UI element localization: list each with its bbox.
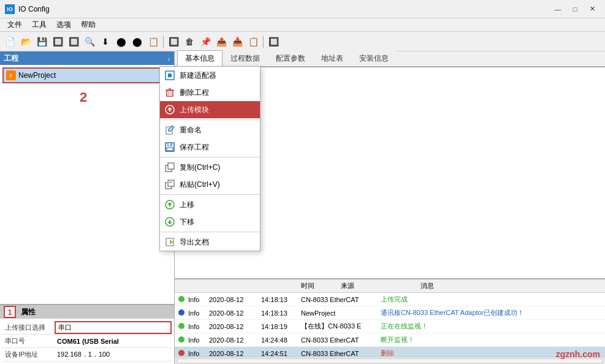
restore-button[interactable]: □ [567, 3, 583, 15]
tab-install-info[interactable]: 安装信息 [351, 50, 397, 66]
tb-circle1[interactable]: ⬤ [114, 34, 129, 49]
svg-rect-1 [168, 74, 172, 77]
tb-clipboard[interactable]: 📋 [246, 34, 261, 49]
tb-delete[interactable]: 🗑 [182, 34, 197, 49]
log-source: CN-8033 EtherCAT [297, 296, 377, 303]
ctx-icon-new-adapter [165, 70, 175, 80]
toolbar: 📄 📂 💾 🔲 🔲 🔍 ⬇ ⬤ ⬤ 📋 🔲 🗑 📌 📤 📥 📋 🔲 [0, 32, 605, 51]
log-row[interactable]: Info 2020-08-12 14:18:19 【在线】CN-8033 E 正… [175, 320, 605, 333]
svg-rect-14 [167, 148, 173, 151]
log-message: 断开监视！ [377, 335, 605, 344]
ctx-label-new-adapter: 新建适配器 [180, 70, 216, 81]
tb-box[interactable]: 🔲 [166, 34, 181, 49]
menu-file[interactable]: 文件 [2, 18, 27, 31]
ctx-item-export-doc[interactable]: 导出文档 [160, 233, 260, 251]
tb-btn5[interactable]: 🔲 [66, 34, 81, 49]
project-tree[interactable]: Ir NewProject 2 [0, 65, 174, 304]
props-label-2: 设备IP地址 [2, 350, 55, 359]
log-date: 2020-08-12 [205, 309, 257, 317]
project-panel-pin[interactable]: ↓ [167, 55, 170, 62]
ctx-item-move-up[interactable]: 上移 [160, 196, 260, 213]
props-label-0: 上传接口选择 [2, 323, 55, 332]
properties-title: 属性 [21, 307, 36, 317]
ctx-icon-save-project [165, 142, 175, 152]
svg-rect-15 [169, 143, 170, 146]
log-message: 通讯板CN-8033 EtherCAT Adaptor已创建成功！ [377, 308, 605, 317]
toolbar-sep2 [263, 36, 264, 48]
ctx-icon-move-down [165, 217, 175, 227]
tb-save[interactable]: 💾 [34, 34, 49, 49]
toolbar-sep [163, 36, 164, 48]
log-header: 时间 来源 消息 [175, 279, 605, 293]
tb-btn4[interactable]: 🔲 [50, 34, 65, 49]
ctx-icon-move-up [165, 200, 175, 210]
tab-basic-info[interactable]: 基本信息 [177, 50, 223, 66]
ctx-item-move-down[interactable]: 下移 [160, 213, 260, 230]
ctx-item-paste[interactable]: 粘贴(Ctrl+V) [160, 176, 260, 193]
log-col-time-hdr: 时间 [301, 281, 341, 290]
tree-item-newproject[interactable]: Ir NewProject [2, 67, 172, 83]
log-level: Info [175, 323, 205, 330]
props-row-2: 设备IP地址 192.168．1．100 [2, 348, 172, 362]
tb-pin[interactable]: 📌 [198, 34, 213, 49]
log-row[interactable]: Info 2020-08-12 14:18:13 NewProject 通讯板C… [175, 306, 605, 320]
ctx-label-upload-module: 上传模块 [180, 105, 209, 115]
log-source: NewProject [297, 309, 377, 317]
log-row[interactable]: Info 2020-08-12 14:24:48 CN-8033 EtherCA… [175, 333, 605, 347]
props-row-1: 串口号 COM61 (USB Serial [2, 335, 172, 348]
ctx-item-rename[interactable]: 重命名 [160, 121, 260, 138]
tab-config-params[interactable]: 配置参数 [268, 50, 313, 66]
ctx-item-copy[interactable]: 复制(Ctrl+C) [160, 159, 260, 176]
project-panel-header: 工程 ↓ [0, 51, 174, 65]
tb-upload[interactable]: 📤 [214, 34, 229, 49]
log-time: 14:18:19 [257, 323, 297, 330]
svg-marker-24 [170, 240, 173, 245]
svg-rect-20 [167, 181, 172, 183]
tb-import[interactable]: 📥 [230, 34, 245, 49]
watermark: zgznh.com [556, 349, 600, 359]
ctx-separator [160, 194, 260, 195]
log-row[interactable]: Info 2020-08-12 14:24:51 CN-8033 EtherCA… [175, 347, 605, 357]
title-bar: IO IO Config — □ ✕ [0, 0, 605, 18]
ctx-item-new-adapter[interactable]: 新建适配器 [160, 67, 260, 84]
ctx-label-rename: 重命名 [180, 125, 202, 135]
ctx-item-upload-module[interactable]: 上传模块 [160, 101, 260, 118]
badge-1: 1 [4, 306, 16, 318]
log-row[interactable]: Info 2020-08-12 14:18:13 CN-8033 EtherCA… [175, 293, 605, 306]
ctx-separator [160, 232, 260, 232]
log-table: Info 2020-08-12 14:18:13 CN-8033 EtherCA… [175, 293, 605, 357]
tb-copy[interactable]: 📋 [146, 34, 161, 49]
ctx-label-save-project: 保存工程 [180, 142, 209, 153]
log-level: Info [175, 309, 205, 317]
menu-tools[interactable]: 工具 [27, 18, 51, 31]
ctx-label-move-up: 上移 [180, 200, 194, 210]
properties-table: 上传接口选择 串口 串口号 COM61 (USB Serial 设备IP地址 1… [0, 319, 174, 364]
ctx-item-save-project[interactable]: 保存工程 [160, 138, 260, 156]
close-button[interactable]: ✕ [584, 3, 600, 15]
ctx-separator [160, 119, 260, 120]
log-time: 14:24:51 [257, 350, 297, 357]
log-scroll-horizontal[interactable] [177, 358, 603, 363]
tab-process-data[interactable]: 过程数据 [223, 50, 268, 66]
tb-open[interactable]: 📂 [18, 34, 33, 49]
tb-search[interactable]: 🔍 [82, 34, 97, 49]
ctx-label-paste: 粘贴(Ctrl+V) [180, 180, 220, 190]
ctx-item-delete-project[interactable]: 删除工程 [160, 84, 260, 101]
project-name: NewProject [18, 71, 56, 80]
tb-circle2[interactable]: ⬤ [130, 34, 145, 49]
tb-download[interactable]: ⬇ [98, 34, 113, 49]
menu-options[interactable]: 选项 [51, 18, 76, 31]
minimize-button[interactable]: — [550, 3, 566, 15]
ctx-icon-delete-project [165, 88, 175, 97]
ctx-label-export-doc: 导出文档 [180, 237, 209, 248]
tb-new[interactable]: 📄 [2, 34, 17, 49]
props-value-2: 192.168．1．100 [55, 350, 172, 359]
menu-help[interactable]: 帮助 [76, 18, 101, 31]
main-layout: 工程 ↓ Ir NewProject 2 1 属性 [0, 51, 605, 364]
ctx-label-copy: 复制(Ctrl+C) [180, 162, 220, 173]
props-value-1: COM61 (USB Serial [55, 338, 172, 345]
tab-address-table[interactable]: 地址表 [313, 50, 351, 66]
tb-layers[interactable]: 🔲 [266, 34, 281, 49]
ctx-icon-rename [165, 125, 175, 135]
left-panel: 工程 ↓ Ir NewProject 2 1 属性 [0, 51, 175, 364]
